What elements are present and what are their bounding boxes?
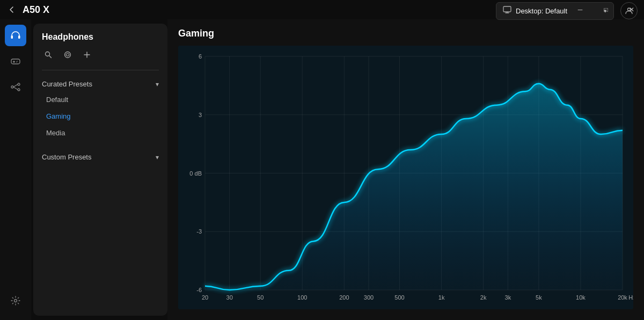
custom-presets-label: Custom Presets: [42, 153, 91, 161]
curated-presets-label: Curated Presets: [42, 80, 92, 88]
curated-chevron-icon: ▾: [156, 81, 159, 88]
sidebar: Headphones Curate: [33, 24, 167, 316]
custom-presets-section[interactable]: Custom Presets ▾: [33, 150, 167, 164]
eq-icon[interactable]: [61, 48, 74, 61]
nav-icons: [0, 19, 31, 320]
sidebar-divider: [42, 70, 159, 70]
app-container: Headphones Curate: [0, 19, 644, 320]
titlebar: A50 X Desktop: Default ▾ ─ □ ✕: [0, 0, 644, 19]
monitor-icon: [503, 6, 511, 16]
titlebar-left: A50 X: [6, 4, 49, 16]
svg-point-7: [11, 86, 13, 88]
nav-connections[interactable]: [5, 76, 26, 98]
search-icon[interactable]: [42, 48, 55, 61]
sidebar-title: Headphones: [33, 32, 167, 48]
window-controls: ─ □ ✕: [568, 0, 644, 19]
svg-rect-4: [11, 59, 20, 64]
svg-point-8: [18, 83, 20, 85]
curated-presets-list: Default Gaming Media: [33, 91, 167, 141]
sidebar-toolbar: [33, 48, 167, 68]
back-button[interactable]: [6, 4, 17, 15]
eq-chart: [178, 46, 633, 309]
restore-button[interactable]: □: [594, 0, 618, 19]
eq-canvas: [178, 46, 633, 309]
svg-point-11: [46, 52, 50, 56]
main-content: Gaming: [167, 19, 644, 320]
svg-point-5: [17, 61, 18, 62]
svg-rect-3: [18, 35, 20, 39]
add-icon[interactable]: [80, 48, 93, 61]
eq-title: Gaming: [178, 28, 633, 39]
svg-point-10: [14, 300, 17, 302]
nav-settings[interactable]: [5, 290, 26, 311]
svg-point-6: [16, 62, 17, 63]
app-title: A50 X: [23, 4, 49, 16]
nav-headphones[interactable]: [5, 25, 26, 46]
svg-point-12: [65, 52, 71, 58]
nav-gamepad[interactable]: [5, 50, 26, 72]
preset-media[interactable]: Media: [33, 125, 167, 141]
preset-default[interactable]: Default: [33, 91, 167, 108]
curated-presets-section[interactable]: Curated Presets ▾: [33, 77, 167, 91]
minimize-button[interactable]: ─: [568, 0, 592, 19]
svg-rect-0: [503, 6, 511, 12]
custom-chevron-icon: ▾: [156, 154, 159, 161]
preset-gaming[interactable]: Gaming: [33, 108, 167, 125]
close-button[interactable]: ✕: [619, 0, 644, 19]
svg-rect-2: [11, 35, 13, 39]
svg-point-9: [18, 89, 20, 91]
